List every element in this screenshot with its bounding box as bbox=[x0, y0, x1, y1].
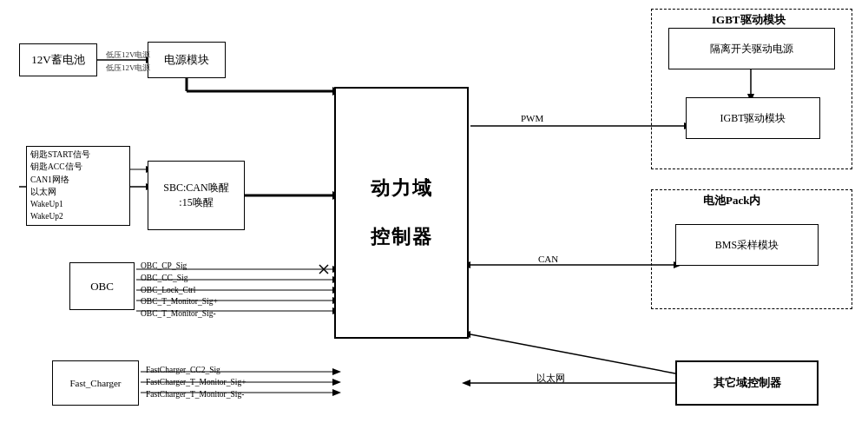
obc-sig-tmon-m: OBC_T_Monitor_Sig- bbox=[141, 308, 218, 320]
signal-wakeup2: WakeUp2 bbox=[30, 210, 126, 222]
power-line1-label: 低压12V电源 bbox=[106, 50, 151, 61]
obc-sig-cp: OBC_CP_Sig bbox=[141, 261, 218, 273]
battery-12v-box: 12V蓄电池 bbox=[19, 43, 97, 76]
fc-sig-tmon-m: FastCharger_T_Monitor_Sig- bbox=[146, 389, 246, 401]
domain-controller-box: 动力域控制器 bbox=[334, 87, 469, 339]
sbc-can-box: SBC:CAN唤醒:15唤醒 bbox=[148, 161, 245, 230]
obc-sig-lock: OBC_Lock_Ctrl bbox=[141, 285, 218, 297]
igbt-power-box: 隔离开关驱动电源 bbox=[668, 28, 835, 69]
obc-sig-tmon-p: OBC_T_Monitor_Sig+ bbox=[141, 296, 218, 308]
svg-line-17 bbox=[470, 334, 675, 373]
fast-charger-signals: FastCharger_CC2_Sig FastCharger_T_Monito… bbox=[146, 365, 246, 400]
signal-acc: 钥匙ACC信号 bbox=[30, 161, 126, 173]
obc-box: OBC bbox=[69, 262, 135, 310]
pwm-label: PWM bbox=[521, 113, 543, 123]
power-line2-label: 低压12V电源 bbox=[106, 63, 151, 74]
sbc-can-label: SBC:CAN唤醒:15唤醒 bbox=[163, 181, 228, 210]
bms-box: BMS采样模块 bbox=[675, 224, 819, 266]
fast-charger-label: Fast_Charger bbox=[69, 378, 121, 388]
igbt-drive-box: IGBT驱动模块 bbox=[686, 97, 820, 139]
other-controllers-label: 其它域控制器 bbox=[713, 375, 781, 391]
signal-ethernet: 以太网 bbox=[30, 186, 126, 198]
svg-marker-35 bbox=[332, 379, 341, 386]
obc-label: OBC bbox=[90, 280, 114, 294]
fc-sig-tmon-p: FastCharger_T_Monitor_Sig+ bbox=[146, 377, 246, 389]
bms-label: BMS采样模块 bbox=[715, 238, 779, 253]
power-module-label: 电源模块 bbox=[164, 52, 209, 68]
igbt-title: IGBT驱动模块 bbox=[712, 12, 786, 28]
signal-start: 钥匙START信号 bbox=[30, 149, 126, 161]
fc-sig-cc2: FastCharger_CC2_Sig bbox=[146, 365, 246, 377]
svg-marker-42 bbox=[462, 380, 470, 386]
svg-line-38 bbox=[319, 265, 328, 274]
sbc-input-signals: 钥匙START信号 钥匙ACC信号 CAN1网络 以太网 WakeUp1 Wak… bbox=[26, 146, 130, 226]
obc-signals: OBC_CP_Sig OBC_CC_Sig OBC_Lock_Ctrl OBC_… bbox=[141, 261, 218, 320]
igbt-drive-label: IGBT驱动模块 bbox=[720, 111, 786, 126]
diagram: 12V蓄电池 电源模块 低压12V电源 低压12V电源 SBC:CAN唤醒:15… bbox=[0, 0, 868, 436]
fast-charger-box: Fast_Charger bbox=[52, 360, 139, 406]
power-module-box: 电源模块 bbox=[148, 42, 226, 78]
svg-marker-33 bbox=[332, 368, 341, 375]
other-controllers-box: 其它域控制器 bbox=[675, 360, 819, 406]
svg-line-39 bbox=[319, 265, 328, 274]
igbt-power-label: 隔离开关驱动电源 bbox=[710, 42, 793, 56]
battery-pack-title: 电池Pack内 bbox=[703, 193, 760, 208]
battery-12v-label: 12V蓄电池 bbox=[31, 52, 84, 68]
svg-marker-37 bbox=[332, 389, 341, 396]
obc-sig-cc: OBC_CC_Sig bbox=[141, 273, 218, 285]
signal-wakeup1: WakeUp1 bbox=[30, 198, 126, 210]
signal-can1: CAN1网络 bbox=[30, 174, 126, 186]
domain-controller-label: 动力域控制器 bbox=[371, 175, 433, 250]
ethernet-label: 以太网 bbox=[536, 372, 565, 385]
can-label: CAN bbox=[538, 254, 558, 264]
